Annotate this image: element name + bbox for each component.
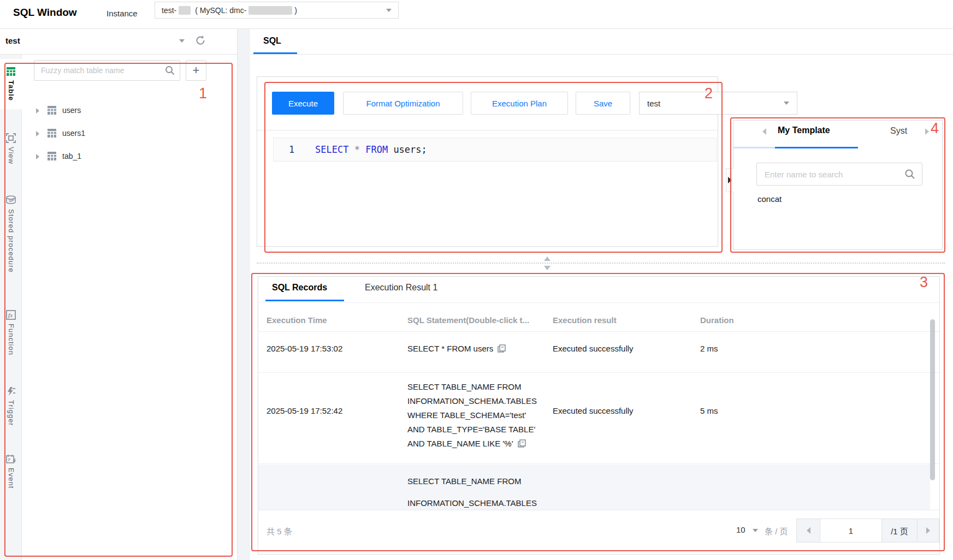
vertical-scrollbar-thumb[interactable] [930,319,935,480]
redaction-blur [248,6,292,15]
chevron-right-icon[interactable] [36,108,39,114]
annotation-number-3: 3 [920,274,928,291]
collapse-up-icon[interactable] [544,257,551,261]
view-icon [6,133,16,143]
collapse-down-icon[interactable] [544,266,551,270]
annotation-number-4: 4 [931,120,939,137]
divider [257,130,718,130]
copy-icon[interactable] [498,344,506,354]
tabs-scroll-left-icon[interactable] [762,128,766,135]
cell-execution-result: Executed successfully [553,406,634,415]
table-tree-panel: + users users1 tab_1 [22,55,237,560]
sidebar-item-event[interactable]: Event [0,454,22,515]
save-button[interactable]: Save [576,92,630,115]
tab-my-template[interactable]: My Template [778,126,830,135]
tree-item-users1[interactable]: users1 [22,122,237,145]
chevron-down-icon [386,9,392,12]
instance-value-suffix: ) [294,6,297,15]
editor-database-value: test [647,99,660,108]
next-page-button[interactable] [918,519,939,543]
horizontal-splitter[interactable] [257,263,945,264]
table-icon [47,151,57,163]
top-bar: SQL Window Instance test- ( MySQL: dmc- … [0,0,953,29]
cell-sql-statement: SELECT TABLE_NAME FROM INFORMATION_SCHEM… [407,380,537,452]
column-header-execution-time: Execution Time [267,315,327,325]
sidebar-item-stored-procedure[interactable]: SP Stored procedure [0,195,22,289]
editor-database-select[interactable]: test [639,92,797,115]
table-search-input[interactable] [34,60,180,81]
instance-value-prefix: test- [162,6,176,15]
tree-item-users[interactable]: users [22,99,237,122]
chevron-left-icon [807,527,810,534]
table-icon [47,128,57,140]
chevron-right-icon[interactable] [36,154,39,159]
page-title: SQL Window [13,7,77,19]
search-icon [165,65,175,78]
cell-execution-result: Executed successfully [553,344,634,353]
column-header-sql-statement: SQL Statement(Double-click t... [407,315,529,325]
cell-duration: 5 ms [700,406,718,415]
event-icon [6,454,16,464]
tab-execution-result-1[interactable]: Execution Result 1 [365,283,437,293]
annotation-number-1: 1 [199,85,207,102]
per-page-label: 条 / 页 [765,525,788,537]
sidebar-item-function[interactable]: fx Function [0,310,22,370]
tab-system-template[interactable]: Syst [890,126,919,136]
cell-sql-statement: SELECT TABLE_NAME FROM [407,476,521,486]
template-search-input[interactable] [756,163,922,186]
sidebar-item-trigger[interactable]: Trigger [0,386,22,439]
previous-page-button[interactable] [796,519,820,543]
tab-sql[interactable]: SQL [263,36,281,46]
execute-button[interactable]: Execute [272,92,334,115]
sidebar-item-label: Event [7,468,15,488]
sidebar-item-label: Trigger [7,400,15,426]
copy-icon[interactable] [518,438,526,452]
template-item-concat[interactable]: concat [757,194,782,204]
table-icon [47,105,57,117]
chevron-down-icon [784,102,789,105]
table-icon [6,67,16,76]
sidebar-item-view[interactable]: View [0,133,22,179]
table-row[interactable]: SELECT TABLE_NAME FROM INFORMATION_SCHEM… [258,464,930,510]
format-optimization-button[interactable]: Format Optimization [343,92,463,115]
column-header-duration: Duration [700,315,734,325]
refresh-icon[interactable] [194,34,208,47]
sql-editor-current-line[interactable]: 1 SELECT * FROM users; [273,138,717,162]
collapse-panel-handle[interactable] [726,168,733,192]
instance-select[interactable]: test- ( MySQL: dmc- ) [155,2,399,19]
page-size-select[interactable]: 10 [736,525,745,534]
sidebar-item-label: Function [7,324,15,355]
pagination: 1 /1 页 [796,519,939,543]
chevron-down-icon[interactable] [179,39,185,43]
sidebar-item-label: Table [7,80,15,101]
stored-procedure-icon: SP [5,195,16,205]
divider [258,463,939,464]
sql-code: SELECT * FROM users; [315,144,427,155]
redaction-blur [179,6,191,15]
sidebar-item-table[interactable]: Table [0,59,22,109]
cell-execution-time: 2025-05-19 17:52:42 [267,406,342,415]
tabs-scroll-right-icon[interactable] [925,128,929,135]
database-selector[interactable]: test [5,36,20,45]
sidebar-item-label: Stored procedure [7,209,15,272]
divider [258,372,939,373]
cell-sql-statement: SELECT * FROM users [407,344,506,354]
tab-underline-track [733,147,775,148]
sql-window-page: SQL Window Instance test- ( MySQL: dmc- … [0,0,953,560]
cell-execution-time: 2025-05-19 17:53:02 [267,344,342,353]
add-table-button[interactable]: + [186,60,206,81]
tree-item-label: tab_1 [62,152,81,160]
chevron-right-icon [926,527,930,534]
tree-item-label: users1 [62,129,85,138]
line-number: 1 [289,144,307,155]
tab-sql-records[interactable]: SQL Records [272,283,327,293]
execution-plan-button[interactable]: Execution Plan [471,92,568,115]
object-type-nav: Table View SP Stored procedure fx Functi… [0,55,22,560]
total-count-label: 共 5 条 [267,525,292,537]
tab-underline [265,300,344,301]
current-page-input[interactable]: 1 [820,519,881,543]
chevron-down-icon[interactable] [753,529,758,532]
chevron-right-icon[interactable] [36,131,39,136]
tree-item-tab_1[interactable]: tab_1 [22,145,237,168]
panel-divider [237,29,250,560]
